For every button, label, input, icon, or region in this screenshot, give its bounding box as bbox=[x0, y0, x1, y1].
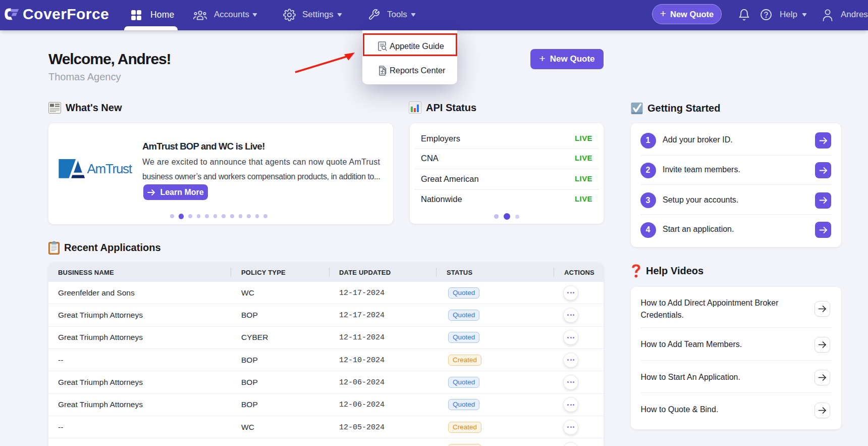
svg-text:AmTrust: AmTrust bbox=[87, 161, 133, 176]
